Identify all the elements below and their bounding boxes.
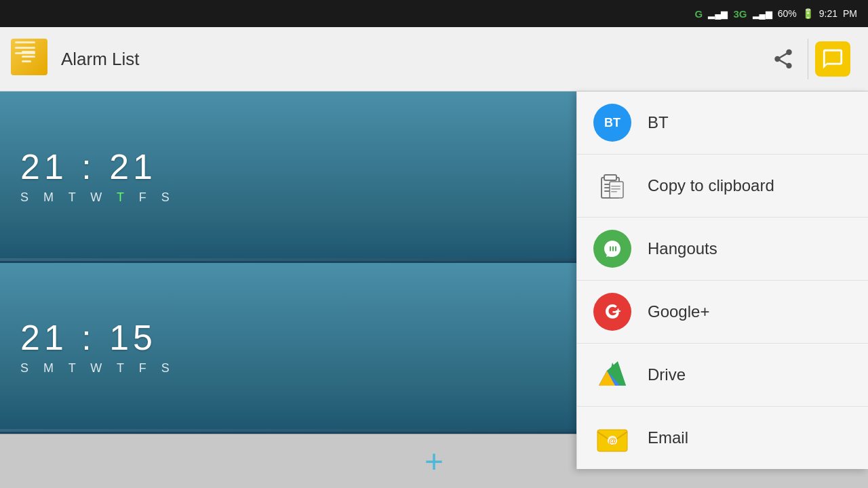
battery-level: 60% — [778, 8, 797, 19]
svg-rect-1 — [22, 56, 35, 58]
svg-rect-0 — [22, 51, 35, 53]
page-title: Alarm List — [61, 49, 759, 70]
svg-rect-9 — [611, 186, 620, 187]
share-icon — [772, 47, 795, 70]
toolbar-actions — [759, 27, 857, 92]
share-button[interactable] — [759, 27, 808, 92]
svg-rect-11 — [611, 191, 617, 192]
signal-bars-icon: ▂▄▆ — [708, 9, 728, 19]
battery-icon: 🔋 — [802, 8, 814, 19]
time-display: 9:21 — [819, 8, 837, 19]
dropdown-menu: BT BT Copy to clipboard — [576, 92, 868, 469]
signal-bars2-icon: ▂▄▆ — [753, 9, 772, 19]
hangouts-label: Hangouts — [648, 239, 717, 258]
message-icon — [815, 41, 850, 77]
menu-item-hangouts[interactable]: Hangouts — [577, 218, 868, 281]
gplus-label: Google+ — [648, 302, 709, 321]
svg-rect-8 — [610, 182, 623, 198]
drive-label: Drive — [648, 365, 686, 384]
status-bar: G ▂▄▆ 3G ▂▄▆ 60% 🔋 9:21 PM — [0, 0, 868, 27]
menu-item-email[interactable]: @ Email — [577, 407, 868, 469]
clipboard-icon — [593, 167, 631, 205]
svg-rect-2 — [22, 60, 31, 62]
svg-text:@: @ — [608, 436, 616, 446]
email-icon: @ — [593, 419, 631, 457]
bt-label: BT — [648, 113, 669, 132]
gplus-icon — [593, 293, 631, 331]
add-alarm-button[interactable]: + — [425, 445, 443, 478]
clipboard-label: Copy to clipboard — [648, 176, 774, 195]
signal-g: G — [695, 8, 703, 20]
menu-item-drive[interactable]: Drive — [577, 344, 868, 407]
email-label: Email — [648, 428, 688, 447]
menu-item-clipboard[interactable]: Copy to clipboard — [577, 155, 868, 218]
svg-rect-10 — [611, 188, 620, 190]
svg-rect-4 — [604, 175, 616, 180]
ampm-display: PM — [843, 8, 857, 19]
message-button[interactable] — [808, 27, 857, 92]
hangouts-icon — [593, 230, 631, 268]
drive-icon — [593, 356, 631, 394]
menu-item-bt[interactable]: BT BT — [577, 92, 868, 155]
menu-item-gplus[interactable]: Google+ — [577, 281, 868, 344]
signal-3g: 3G — [733, 8, 747, 20]
chat-icon — [821, 47, 844, 70]
notes-lines-icon — [19, 47, 39, 67]
active-day-1: T — [117, 190, 127, 204]
app-bar: Alarm List — [0, 27, 868, 92]
bt-icon: BT — [593, 104, 631, 142]
app-icon — [11, 39, 52, 79]
